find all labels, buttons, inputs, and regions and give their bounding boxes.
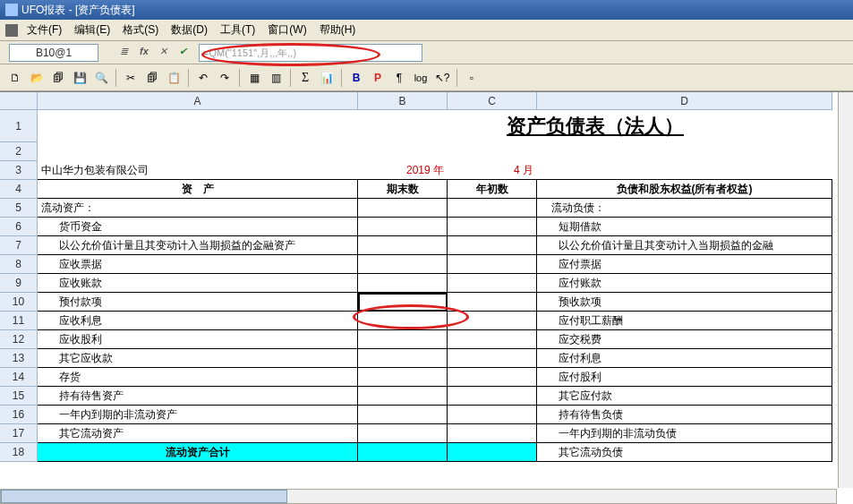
cell[interactable]: 以公允价值计量且其变动计入当期损益的金融资产 <box>38 236 358 255</box>
paragraph-button[interactable]: ¶ <box>389 68 409 88</box>
company-name[interactable]: 中山华力包装有限公司 <box>38 161 358 180</box>
header-begin[interactable]: 年初数 <box>448 180 537 199</box>
col-header-a[interactable]: A <box>38 92 358 110</box>
cell[interactable] <box>448 142 537 161</box>
log-button[interactable]: log <box>411 68 431 88</box>
cell[interactable]: 流动负债： <box>537 199 832 218</box>
cell[interactable] <box>448 236 537 255</box>
cell[interactable] <box>448 255 537 274</box>
help-pointer-button[interactable]: ↖? <box>432 68 452 88</box>
cell[interactable]: 应交税费 <box>537 330 832 349</box>
row-header[interactable]: 7 <box>0 236 38 255</box>
cell[interactable] <box>358 255 448 274</box>
cell[interactable] <box>358 236 448 255</box>
row-header[interactable]: 8 <box>0 255 38 274</box>
cell[interactable] <box>38 142 358 161</box>
cell[interactable]: 应付票据 <box>537 255 832 274</box>
cell[interactable] <box>358 218 448 236</box>
paste-button[interactable]: 📋 <box>164 68 183 88</box>
cell[interactable]: 其它流动资产 <box>38 424 358 443</box>
cell[interactable]: 应收票据 <box>38 255 358 274</box>
header-asset[interactable]: 资 产 <box>38 180 358 199</box>
cell[interactable] <box>448 349 537 368</box>
cell[interactable]: 应付利息 <box>537 349 832 368</box>
open-button[interactable]: 📂 <box>27 68 47 88</box>
row-header[interactable]: 15 <box>0 387 38 406</box>
cell[interactable]: 一年内到期的非流动负债 <box>537 424 832 443</box>
p-button[interactable]: P <box>368 68 388 88</box>
redo-button[interactable]: ↷ <box>215 68 235 88</box>
cell[interactable] <box>448 199 537 218</box>
cell[interactable]: 短期借款 <box>537 218 832 236</box>
cell[interactable] <box>358 142 448 161</box>
selected-cell[interactable] <box>358 293 448 312</box>
cell[interactable] <box>358 387 448 406</box>
formula-input[interactable]: =QM("1151",月,,,年,,) <box>199 44 422 62</box>
row-header[interactable]: 10 <box>0 293 38 312</box>
row-header[interactable]: 3 <box>0 161 38 180</box>
col-header-b[interactable]: B <box>358 92 448 110</box>
bold-button[interactable]: B <box>346 68 366 88</box>
chart-button[interactable]: 📊 <box>317 68 337 88</box>
cell[interactable]: 应收利息 <box>38 312 358 330</box>
cell[interactable] <box>358 274 448 293</box>
row-header[interactable]: 12 <box>0 330 38 349</box>
row-header[interactable]: 5 <box>0 199 38 218</box>
header-end[interactable]: 期末数 <box>358 180 448 199</box>
menu-data[interactable]: 数据(D) <box>166 21 213 39</box>
cell[interactable] <box>358 349 448 368</box>
cell[interactable] <box>38 110 358 142</box>
extra-button[interactable]: ▫ <box>462 68 482 88</box>
cell[interactable]: 持有待售负债 <box>537 406 832 424</box>
menu-tools[interactable]: 工具(T) <box>215 21 260 39</box>
cell[interactable] <box>358 443 448 462</box>
insert-row-button[interactable]: ▦ <box>244 68 264 88</box>
cell[interactable]: 应收股利 <box>38 330 358 349</box>
row-header[interactable]: 13 <box>0 349 38 368</box>
cell[interactable]: 货币资金 <box>38 218 358 236</box>
fx-icon[interactable]: fx <box>140 46 154 60</box>
cell[interactable] <box>358 406 448 424</box>
row-header[interactable]: 4 <box>0 180 38 199</box>
header-liab[interactable]: 负债和股东权益(所有者权益) <box>537 180 832 199</box>
month-label[interactable]: 4 月 <box>448 161 537 180</box>
menu-format[interactable]: 格式(S) <box>117 21 164 39</box>
cell[interactable] <box>358 330 448 349</box>
cell[interactable] <box>358 199 448 218</box>
function-icon[interactable]: ≣ <box>120 46 134 60</box>
row-header[interactable]: 2 <box>0 142 38 161</box>
col-header-c[interactable]: C <box>448 92 537 110</box>
cell[interactable]: 其它应收款 <box>38 349 358 368</box>
cell[interactable] <box>448 293 537 312</box>
new-button[interactable]: 🗋 <box>5 68 25 88</box>
cut-button[interactable]: ✂ <box>121 68 141 88</box>
row-header[interactable]: 6 <box>0 218 38 236</box>
cell[interactable]: 其它应付款 <box>537 387 832 406</box>
cell[interactable] <box>448 330 537 349</box>
row-header[interactable]: 9 <box>0 274 38 293</box>
sum-button[interactable]: Σ <box>295 68 315 88</box>
cell[interactable] <box>448 406 537 424</box>
cell[interactable] <box>448 274 537 293</box>
row-header[interactable]: 17 <box>0 424 38 443</box>
row-header[interactable]: 16 <box>0 406 38 424</box>
undo-button[interactable]: ↶ <box>193 68 213 88</box>
copy-button[interactable]: 🗐 <box>142 68 162 88</box>
cell-reference-box[interactable]: B10@1 <box>9 44 98 62</box>
cell[interactable]: 预付款项 <box>38 293 358 312</box>
cell[interactable] <box>448 387 537 406</box>
cell[interactable]: 存货 <box>38 368 358 387</box>
menu-file[interactable]: 文件(F) <box>21 21 67 39</box>
cell[interactable]: 流动资产： <box>38 199 358 218</box>
cell[interactable] <box>358 368 448 387</box>
row-header[interactable]: 11 <box>0 312 38 330</box>
cancel-icon[interactable]: ✕ <box>159 46 174 60</box>
cell[interactable] <box>537 142 832 161</box>
cell[interactable]: 应付账款 <box>537 274 832 293</box>
properties-button[interactable]: 🗐 <box>48 68 68 88</box>
cell[interactable] <box>448 368 537 387</box>
cell[interactable]: 预收款项 <box>537 293 832 312</box>
sheet-title[interactable]: 资产负债表（法人） <box>358 110 832 142</box>
col-header-d[interactable]: D <box>537 92 832 110</box>
cell[interactable] <box>448 312 537 330</box>
